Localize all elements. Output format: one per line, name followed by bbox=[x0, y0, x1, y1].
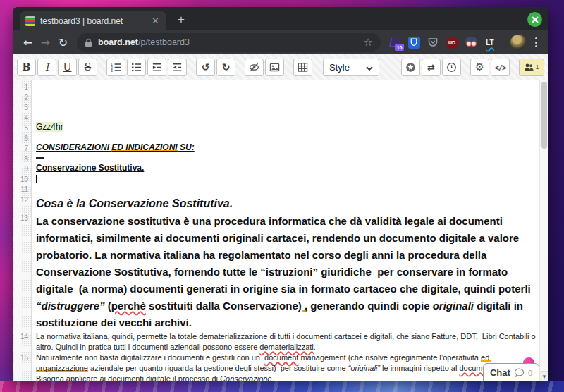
doc-line-11: 11 bbox=[13, 184, 548, 195]
users-button[interactable]: 1 bbox=[519, 59, 544, 76]
outdent-icon bbox=[172, 62, 183, 73]
text-segment: . bbox=[271, 374, 274, 382]
url-host: board.net bbox=[98, 37, 138, 47]
doc-line-9: 9Conservazione Sostitutiva. bbox=[13, 164, 548, 174]
bitwarden-extension-icon[interactable] bbox=[407, 36, 420, 49]
text-segment: generando quindi copie bbox=[307, 300, 433, 312]
tab-close-icon[interactable]: ✕ bbox=[150, 16, 161, 26]
text-segment: , bbox=[302, 300, 307, 312]
embed-icon: </> bbox=[495, 61, 505, 73]
browser-menu-button[interactable] bbox=[529, 35, 542, 50]
line-text[interactable] bbox=[32, 113, 548, 123]
style-dropdown-value: Style bbox=[329, 62, 350, 73]
text-segment: CONSIDERAZIONI bbox=[36, 142, 111, 152]
save-revision-button[interactable] bbox=[401, 59, 420, 76]
insert-table-button[interactable] bbox=[293, 59, 312, 76]
clear-authorship-button[interactable] bbox=[245, 59, 264, 76]
line-text[interactable]: La normativa italiana, quindi, permette … bbox=[32, 331, 548, 353]
bookmark-star-icon[interactable]: ☆ bbox=[364, 36, 373, 49]
line-text[interactable] bbox=[32, 174, 548, 184]
toolbar-group bbox=[245, 59, 286, 76]
import-export-icon: ⇄ bbox=[427, 61, 435, 73]
doc-line-6: 6 bbox=[13, 133, 548, 144]
line-number: 10 bbox=[13, 174, 32, 185]
text-segment: La conservazione sostitutiva è una proce… bbox=[36, 215, 537, 295]
x-icon bbox=[532, 16, 539, 23]
editor-document[interactable]: 12345Gzz4hr67CONSIDERAZIONI ED INDICAZIO… bbox=[13, 80, 548, 381]
new-tab-button[interactable]: + bbox=[173, 12, 189, 27]
address-bar[interactable]: board.net/p/testboard3 ☆ bbox=[77, 33, 381, 52]
bold-icon: B bbox=[23, 61, 31, 73]
back-button[interactable]: ← bbox=[19, 34, 37, 51]
lock-icon bbox=[85, 38, 92, 47]
doc-line-12: 12Cosa è la Conservazione Sostitutiva. bbox=[13, 195, 548, 213]
line-number: 12 bbox=[13, 195, 32, 205]
undo-icon: ↺ bbox=[202, 61, 210, 73]
italic-button[interactable]: I bbox=[37, 59, 56, 76]
text-segment: Cosa è la Conservazione Sostitutiva. bbox=[36, 197, 233, 209]
undo-button[interactable]: ↺ bbox=[196, 59, 215, 76]
save-revision-icon bbox=[405, 62, 416, 73]
redo-button[interactable]: ↻ bbox=[216, 59, 235, 76]
toolbar-group: ↺↻ bbox=[196, 59, 237, 76]
indent-button[interactable] bbox=[147, 59, 166, 76]
toolbar-group: 123 bbox=[106, 59, 188, 76]
line-number: 4 bbox=[13, 113, 32, 123]
text-segment: aziendale per quanto riguarda la gestion… bbox=[88, 364, 348, 372]
strikethrough-icon: S bbox=[85, 61, 92, 73]
pocket-extension-icon[interactable] bbox=[427, 36, 439, 49]
import-export-button[interactable]: ⇄ bbox=[422, 59, 441, 76]
text-segment: document bbox=[264, 353, 298, 362]
strikethrough-button[interactable]: S bbox=[78, 59, 97, 76]
line-text[interactable] bbox=[32, 92, 548, 102]
ud-extension-icon[interactable]: UD bbox=[446, 36, 458, 49]
line-text[interactable]: CONSIDERAZIONI ED INDICAZIONI SU: bbox=[32, 143, 548, 153]
doc-line-13: 13La conservazione sostitutiva è una pro… bbox=[13, 213, 548, 331]
purple-extension-icon[interactable]: 10 bbox=[388, 36, 401, 49]
scrollbar[interactable]: ▼ bbox=[539, 80, 548, 381]
text-segment: management (che risolve egregiamente l’o… bbox=[298, 353, 481, 362]
text-segment: le immagini rispetto al bbox=[380, 364, 460, 372]
line-text[interactable] bbox=[32, 154, 548, 164]
scroll-down-button[interactable]: ▼ bbox=[540, 371, 548, 381]
embed-button[interactable]: </> bbox=[491, 59, 510, 76]
doc-line-5: 5Gzz4hr bbox=[13, 123, 548, 133]
languagetool-extension-icon[interactable]: LT bbox=[484, 36, 496, 49]
browser-window: testboard3 | board.net ✕ + ← → ↻ board.n… bbox=[13, 7, 548, 381]
line-text[interactable]: Conservazione Sostitutiva. bbox=[32, 164, 548, 173]
page-content: BIUS123↺↻ Style ⇄⚙</> 1 bbox=[13, 54, 548, 381]
shark-extension-icon[interactable] bbox=[465, 36, 477, 49]
tab-favicon-icon bbox=[25, 16, 35, 26]
ordered-list-button[interactable]: 123 bbox=[106, 59, 125, 76]
browser-tab[interactable]: testboard3 | board.net ✕ bbox=[20, 11, 166, 30]
reload-button[interactable]: ↻ bbox=[54, 34, 72, 51]
profile-avatar[interactable] bbox=[510, 35, 526, 50]
line-text[interactable]: Naturalmente non basta digitalizzare i d… bbox=[32, 353, 548, 382]
chat-toggle[interactable]: Chat 0 bbox=[483, 363, 539, 381]
outdent-button[interactable] bbox=[168, 59, 187, 76]
line-text[interactable]: La conservazione sostitutiva è una proce… bbox=[32, 213, 548, 331]
style-dropdown[interactable]: Style bbox=[323, 59, 379, 76]
timeslider-button[interactable] bbox=[442, 59, 461, 76]
toolbar-group: ⇄ bbox=[401, 59, 462, 76]
scrollbar-thumb[interactable] bbox=[541, 82, 547, 149]
underline-button[interactable]: U bbox=[58, 59, 77, 76]
window-close-button[interactable] bbox=[527, 12, 542, 27]
line-text[interactable] bbox=[32, 133, 548, 143]
line-number: 3 bbox=[13, 102, 32, 113]
forward-button[interactable]: → bbox=[37, 34, 54, 51]
bold-button[interactable]: B bbox=[17, 59, 36, 76]
unordered-list-button[interactable] bbox=[127, 59, 146, 76]
line-text[interactable]: Cosa è la Conservazione Sostitutiva. bbox=[32, 195, 548, 213]
chat-label: Chat bbox=[490, 367, 510, 378]
tab-strip: testboard3 | board.net ✕ + bbox=[13, 7, 548, 30]
line-text[interactable] bbox=[32, 102, 548, 112]
italic-icon: I bbox=[45, 61, 49, 73]
insert-image-button[interactable] bbox=[265, 59, 284, 76]
line-text[interactable]: Gzz4hr bbox=[32, 123, 548, 133]
line-text[interactable] bbox=[32, 82, 548, 92]
settings-button[interactable]: ⚙ bbox=[470, 59, 489, 76]
text-segment: perchè bbox=[111, 300, 146, 312]
text-segment: Naturalmente non basta digitalizzare i d… bbox=[36, 353, 264, 362]
line-text[interactable] bbox=[32, 184, 548, 194]
